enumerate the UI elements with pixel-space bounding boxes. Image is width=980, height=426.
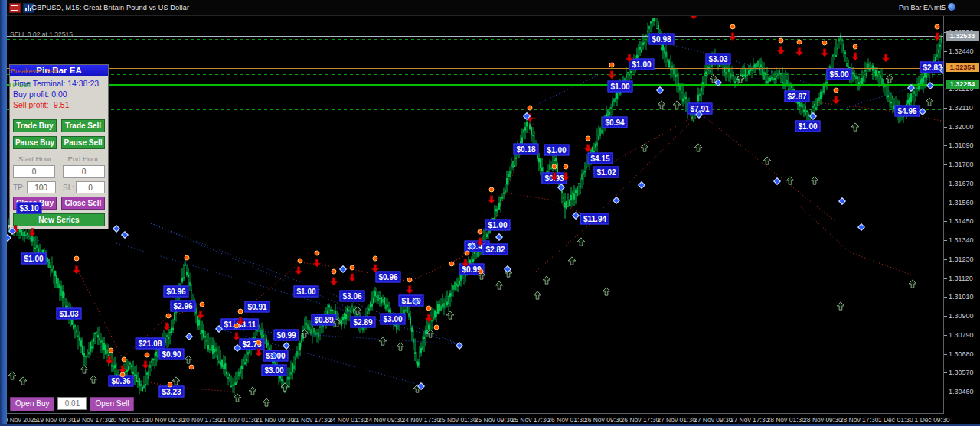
trade-level-line bbox=[7, 74, 944, 75]
price-tick-label: 1.31230 bbox=[944, 255, 980, 263]
price-tick-label: 1.31010 bbox=[944, 293, 980, 301]
price-tick-label: 1.31890 bbox=[944, 141, 980, 149]
lot-size-input[interactable] bbox=[57, 397, 87, 410]
end-hour-input[interactable] bbox=[63, 165, 105, 178]
trade-level-line bbox=[7, 68, 944, 69]
price-tick-label: 1.30900 bbox=[944, 312, 980, 320]
trade-sell-button[interactable]: Trade Sell bbox=[61, 119, 105, 132]
price-tick-label: 1.32110 bbox=[944, 104, 980, 112]
price-tick-label: 1.31120 bbox=[944, 275, 980, 282]
pause-sell-button[interactable]: Pause Sell bbox=[61, 136, 105, 149]
ea-smiley-icon[interactable] bbox=[948, 3, 956, 11]
time-tick-label: 26 Nov 01:30 bbox=[547, 416, 586, 424]
time-tick-label: 21 Nov 01:30 bbox=[219, 416, 258, 424]
price-tick-label: 1.31780 bbox=[944, 161, 980, 168]
sell-order-line-label: SELL 0.02 at 1.32515 bbox=[10, 31, 73, 38]
trade-level-line bbox=[7, 36, 944, 37]
price-axis[interactable]: 1.326601.325501.324401.323301.322201.321… bbox=[944, 15, 980, 413]
time-tick-label: 1 Dec 01:30 bbox=[878, 416, 913, 424]
menu-icon[interactable] bbox=[9, 3, 21, 13]
trade-level-line bbox=[7, 109, 944, 110]
time-tick-label: 1 Dec 09:30 bbox=[915, 416, 950, 424]
time-tick-label: 24 Nov 01:30 bbox=[328, 416, 368, 424]
chart-title-bar: GBPUSD, M15: Great Britain Pound vs US D… bbox=[7, 0, 980, 16]
breakeven-sell-label: Breakeven Sell bbox=[11, 67, 57, 75]
current-price-badge: 1.32254 bbox=[946, 80, 979, 89]
time-tick-label: 25 Nov 09:30 bbox=[475, 416, 514, 424]
symbol-title: GBPUSD, M15: Great Britain Pound vs US D… bbox=[31, 4, 189, 11]
tp-input[interactable] bbox=[27, 181, 56, 193]
price-tick-label: 1.30460 bbox=[944, 388, 980, 395]
pin-bar-ea-panel: Pin Bar EA Time Terminal: 14:38:23 Buy p… bbox=[9, 64, 109, 229]
time-tick-label: 20 Nov 01:30 bbox=[109, 416, 149, 424]
time-tick-label: 21 Nov 09:30 bbox=[256, 416, 295, 424]
signal-connector-lines bbox=[0, 0, 980, 426]
time-tick-label: 19 Nov 09:30 bbox=[36, 416, 75, 424]
time-tick-label: 28 Nov 17:30 bbox=[840, 416, 879, 424]
tp-label: TP: bbox=[13, 184, 25, 192]
time-tick-label: 26 Nov 17:30 bbox=[621, 416, 660, 424]
price-tick-label: 1.31560 bbox=[944, 199, 980, 206]
buy-profit: Buy profit: 0.00 bbox=[13, 89, 105, 99]
open-buy-button[interactable]: Open Buy bbox=[10, 397, 54, 411]
time-tick-label: 28 Nov 01:30 bbox=[766, 416, 805, 424]
time-tick-label: 25 Nov 17:30 bbox=[511, 416, 550, 424]
time-tick-label: 24 Nov 09:30 bbox=[365, 416, 404, 424]
start-hour-label: Start Hour bbox=[13, 154, 57, 163]
time-tick-label: 26 Nov 09:30 bbox=[584, 416, 623, 424]
sl-input[interactable] bbox=[76, 181, 105, 193]
trade-level-line bbox=[7, 84, 944, 86]
time-axis[interactable]: 19 Nov 202519 Nov 09:3019 Nov 17:3020 No… bbox=[7, 414, 944, 425]
time-tick-label: 19 Nov 17:30 bbox=[73, 416, 112, 424]
price-tick-label: 1.30790 bbox=[944, 331, 980, 339]
current-price-badge: 1.32533 bbox=[946, 31, 979, 41]
time-tick-label: 28 Nov 09:30 bbox=[803, 416, 842, 424]
end-hour-label: End Hour bbox=[61, 154, 105, 163]
ea-title: Pin Bar EA mt5 bbox=[899, 4, 946, 11]
time-tick-label: 21 Nov 17:30 bbox=[292, 416, 331, 424]
time-tick-label: 20 Nov 09:30 bbox=[146, 416, 185, 424]
price-tick-label: 1.31670 bbox=[944, 180, 980, 187]
price-tick-label: 1.30570 bbox=[944, 369, 980, 376]
time-tick-label: 27 Nov 17:30 bbox=[730, 416, 769, 424]
price-tick-label: 1.32440 bbox=[944, 47, 980, 55]
trade-buy-button[interactable]: Trade Buy bbox=[13, 119, 57, 132]
time-tick-label: 25 Nov 01:30 bbox=[438, 416, 477, 424]
price-tick-label: 1.30680 bbox=[944, 350, 980, 358]
new-series-button[interactable]: New Series bbox=[13, 213, 105, 226]
time-tick-label: 24 Nov 17:30 bbox=[401, 416, 440, 424]
sell-profit: Sell profit: -9.51 bbox=[13, 99, 105, 110]
current-price-badge: 1.32354 bbox=[946, 63, 979, 72]
time-tick-label: 27 Nov 09:30 bbox=[694, 416, 733, 424]
trade-level-line bbox=[7, 39, 944, 40]
pause-buy-button[interactable]: Pause Buy bbox=[13, 136, 57, 149]
time-tick-label: 27 Nov 01:30 bbox=[657, 416, 696, 424]
left-edge-text: 8 bbox=[8, 223, 11, 231]
window-left-border bbox=[0, 0, 7, 426]
sl-label: SL: bbox=[63, 184, 74, 192]
time-tick-label: 20 Nov 17:30 bbox=[182, 416, 221, 424]
price-tick-label: 1.31340 bbox=[944, 236, 980, 244]
price-tick-label: 1.31450 bbox=[944, 217, 980, 225]
price-tick-label: 1.32000 bbox=[944, 123, 980, 131]
open-sell-button[interactable]: Open Sell bbox=[90, 397, 134, 411]
mt5-chart-window: GBPUSD, M15: Great Britain Pound vs US D… bbox=[0, 0, 980, 426]
tp-sell-label: TP Sell bbox=[8, 81, 31, 89]
close-buy-button[interactable]: Close Buy bbox=[13, 197, 57, 210]
close-sell-button[interactable]: Close Sell bbox=[61, 197, 105, 210]
start-hour-input[interactable] bbox=[13, 165, 55, 178]
